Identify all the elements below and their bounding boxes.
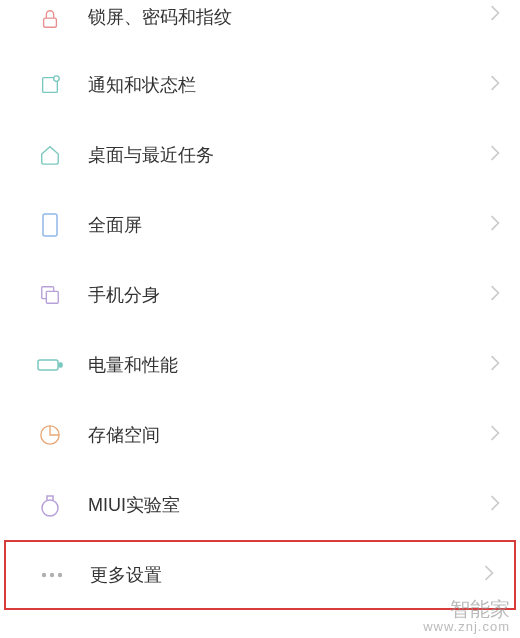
settings-item-storage[interactable]: 存储空间	[0, 400, 520, 470]
home-icon	[36, 141, 64, 169]
item-label: 通知和状态栏	[88, 73, 490, 97]
chevron-right-icon	[484, 565, 494, 585]
item-label: 更多设置	[90, 563, 484, 587]
settings-item-desktop[interactable]: 桌面与最近任务	[0, 120, 520, 190]
fullscreen-icon	[36, 211, 64, 239]
settings-item-fullscreen[interactable]: 全面屏	[0, 190, 520, 260]
item-label: 锁屏、密码和指纹	[88, 5, 490, 29]
notification-icon	[36, 71, 64, 99]
settings-item-miui-lab[interactable]: MIUI实验室	[0, 470, 520, 540]
settings-item-notification[interactable]: 通知和状态栏	[0, 50, 520, 120]
watermark-url: www.znj.com	[423, 620, 510, 634]
item-label: 手机分身	[88, 283, 490, 307]
chevron-right-icon	[490, 425, 500, 445]
item-label: 桌面与最近任务	[88, 143, 490, 167]
svg-point-2	[54, 76, 59, 82]
item-label: 存储空间	[88, 423, 490, 447]
svg-rect-0	[44, 18, 57, 27]
svg-rect-7	[59, 363, 62, 367]
svg-point-11	[50, 573, 54, 577]
chevron-right-icon	[490, 5, 500, 25]
item-label: 电量和性能	[88, 353, 490, 377]
chevron-right-icon	[490, 355, 500, 375]
dual-apps-icon	[36, 281, 64, 309]
chevron-right-icon	[490, 145, 500, 165]
svg-point-9	[42, 500, 58, 516]
chevron-right-icon	[490, 495, 500, 515]
svg-rect-5	[46, 291, 58, 303]
settings-item-more[interactable]: 更多设置	[4, 540, 516, 610]
lock-icon	[36, 5, 64, 33]
storage-icon	[36, 421, 64, 449]
svg-rect-6	[38, 360, 58, 370]
svg-point-12	[58, 573, 62, 577]
item-label: 全面屏	[88, 213, 490, 237]
chevron-right-icon	[490, 215, 500, 235]
chevron-right-icon	[490, 75, 500, 95]
item-label: MIUI实验室	[88, 493, 490, 517]
chevron-right-icon	[490, 285, 500, 305]
lab-icon	[36, 491, 64, 519]
settings-item-dual-apps[interactable]: 手机分身	[0, 260, 520, 330]
battery-icon	[36, 351, 64, 379]
settings-item-lock[interactable]: 锁屏、密码和指纹	[0, 0, 520, 50]
settings-list: 锁屏、密码和指纹 通知和状态栏 桌面与最近任务	[0, 0, 520, 610]
more-icon	[38, 561, 66, 589]
settings-item-battery[interactable]: 电量和性能	[0, 330, 520, 400]
svg-point-10	[42, 573, 46, 577]
svg-rect-3	[43, 214, 57, 236]
